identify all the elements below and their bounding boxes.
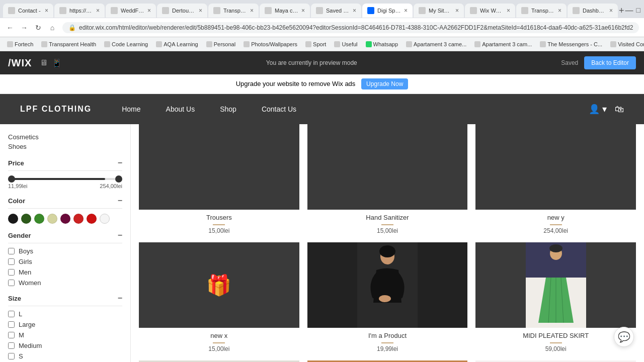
size-s[interactable]: S	[8, 352, 122, 360]
reload-button[interactable]: ↻	[32, 22, 44, 34]
tab-mysites[interactable]: My Sites -... ×	[414, 4, 464, 18]
color-swatch-dark-green[interactable]	[21, 214, 31, 224]
tab-contact[interactable]: Contact - ×	[3, 4, 53, 18]
back-button[interactable]: ←	[4, 22, 16, 34]
tab-close-icon[interactable]: ×	[250, 7, 254, 14]
minimize-icon[interactable]: —	[625, 6, 633, 15]
gender-boys[interactable]: Boys	[8, 247, 122, 255]
tab-dashboard[interactable]: Dashboar... ×	[568, 4, 618, 18]
product-name-skirt: MIDI PLEATED SKIRT	[523, 332, 589, 339]
tab-close-icon[interactable]: ×	[147, 7, 151, 14]
gender-men[interactable]: Men	[8, 268, 122, 276]
bookmark-transparent-health[interactable]: Transparent Health	[38, 40, 99, 48]
maximize-icon[interactable]: □	[636, 6, 640, 15]
mobile-icon[interactable]: 📱	[52, 58, 62, 68]
bookmark-fortech[interactable]: Fortech	[4, 40, 36, 48]
size-collapse-icon[interactable]: −	[118, 294, 122, 303]
size-m-checkbox[interactable]	[8, 332, 15, 338]
color-swatch-red[interactable]	[73, 214, 84, 224]
product-card-skirt[interactable]: MIDI PLEATED SKIRT 59,00lei	[475, 242, 636, 352]
tab-close-icon[interactable]: ×	[558, 7, 561, 14]
forward-button[interactable]: →	[18, 22, 30, 34]
bookmark-useful[interactable]: Useful	[331, 40, 360, 48]
price-collapse-icon[interactable]: −	[118, 158, 122, 167]
size-m[interactable]: M	[8, 331, 122, 339]
nav-link-home[interactable]: Home	[122, 105, 140, 113]
sidebar-category-cosmetics[interactable]: Cosmetics	[8, 132, 122, 142]
nav-link-contact[interactable]: Contact Us	[262, 105, 296, 113]
tab-close-icon[interactable]: ×	[301, 7, 305, 14]
tab-close-icon[interactable]: ×	[507, 7, 510, 14]
bookmark-sport[interactable]: Sport	[302, 40, 329, 48]
product-card-sanitizer[interactable]: Hand Sanitizer 15,00lei	[307, 124, 468, 234]
bookmark-code-learning[interactable]: Code Learning	[101, 40, 151, 48]
chat-bubble-button[interactable]: 💬	[614, 327, 634, 347]
cart-icon[interactable]: 🛍	[615, 104, 624, 115]
gender-girls[interactable]: Girls	[8, 258, 122, 265]
size-large-checkbox[interactable]	[8, 321, 15, 328]
color-swatch-burgundy[interactable]	[60, 214, 70, 224]
tab-close-icon[interactable]: ×	[96, 7, 100, 14]
tab-close-icon[interactable]: ×	[609, 7, 613, 14]
back-to-editor-button[interactable]: Back to Editor	[584, 56, 636, 69]
product-card-newx[interactable]: 🎁 new x 15,00lei	[139, 242, 299, 352]
bookmark-label: Sport	[313, 41, 326, 47]
tab-close-icon[interactable]: ×	[199, 7, 202, 14]
tab-close-icon[interactable]: ×	[404, 7, 408, 14]
size-l[interactable]: L	[8, 310, 122, 318]
product-card-trousers[interactable]: Trousers 15,00lei	[139, 124, 299, 234]
gender-women-checkbox[interactable]	[8, 280, 15, 286]
sidebar-category-shoes[interactable]: Shoes	[8, 142, 122, 151]
tab-wix-active[interactable]: Digi Sport... ×	[362, 4, 413, 18]
product-card-product[interactable]: I'm a Product 19,99lei	[307, 242, 468, 352]
tab-close-icon[interactable]: ×	[45, 7, 48, 14]
url-bar[interactable]: 🔒 editor.wix.com/html/editor/web/rendere…	[62, 22, 639, 33]
tab-wixweb[interactable]: Wix Web... ×	[465, 4, 515, 18]
color-swatch-white[interactable]	[100, 214, 110, 224]
desktop-icon[interactable]: 🖥	[40, 58, 48, 67]
bookmark-favicon	[104, 41, 110, 47]
size-large[interactable]: Large	[8, 321, 122, 328]
tab-close-icon[interactable]: ×	[455, 7, 459, 14]
color-collapse-icon[interactable]: −	[118, 196, 122, 205]
bookmark-aqa[interactable]: AQA Learning	[153, 40, 201, 48]
price-slider-track[interactable]	[8, 178, 122, 180]
gender-men-checkbox[interactable]	[8, 269, 15, 276]
new-tab-button[interactable]: +	[619, 4, 624, 18]
size-s-checkbox[interactable]	[8, 353, 15, 359]
tab-maya[interactable]: Maya colo... ×	[260, 4, 310, 18]
bookmark-apt2[interactable]: Apartament 3 cam...	[471, 40, 535, 48]
bookmark-messengers[interactable]: The Messengers - C...	[537, 40, 605, 48]
size-medium-checkbox[interactable]	[8, 342, 15, 349]
tab-saved[interactable]: Saved Item... ×	[311, 4, 361, 18]
slider-thumb-min[interactable]	[8, 175, 15, 183]
tab-transpare1[interactable]: Transpare... ×	[208, 4, 259, 18]
size-l-checkbox[interactable]	[8, 311, 15, 317]
tab-dertour[interactable]: Dertour.ro ×	[157, 4, 207, 18]
bookmark-personal[interactable]: Personal	[203, 40, 238, 48]
upgrade-now-button[interactable]: Upgrade Now	[361, 78, 408, 89]
home-button[interactable]: ⌂	[46, 22, 58, 34]
tab-close-icon[interactable]: ×	[353, 7, 356, 14]
tab-transpare2[interactable]: Transpare... ×	[516, 4, 567, 18]
gender-collapse-icon[interactable]: −	[118, 231, 122, 240]
nav-link-about[interactable]: About Us	[166, 105, 195, 113]
product-card-newy[interactable]: new y 254,00lei	[475, 124, 636, 234]
gender-women[interactable]: Women	[8, 279, 122, 287]
color-swatch-green[interactable]	[34, 214, 44, 224]
color-swatch-bright-red[interactable]	[87, 214, 97, 224]
nav-link-shop[interactable]: Shop	[220, 105, 236, 113]
account-icon[interactable]: 👤 ▾	[589, 104, 607, 115]
bookmark-photos[interactable]: Photos/Wallpapers	[240, 40, 300, 48]
color-swatch-black[interactable]	[8, 214, 18, 224]
tab-weddfest[interactable]: WeddFest... ×	[106, 4, 156, 18]
tab-sh[interactable]: https://sh... ×	[54, 4, 105, 18]
bookmark-visited[interactable]: Visited Countries M...	[607, 40, 644, 48]
color-swatch-beige[interactable]	[47, 214, 57, 224]
slider-thumb-max[interactable]	[115, 175, 122, 183]
bookmark-whatsapp[interactable]: Whatsapp	[363, 40, 401, 48]
gender-girls-checkbox[interactable]	[8, 258, 15, 265]
size-medium[interactable]: Medium	[8, 342, 122, 349]
bookmark-apt1[interactable]: Apartament 3 came...	[403, 40, 469, 48]
gender-boys-checkbox[interactable]	[8, 248, 15, 254]
